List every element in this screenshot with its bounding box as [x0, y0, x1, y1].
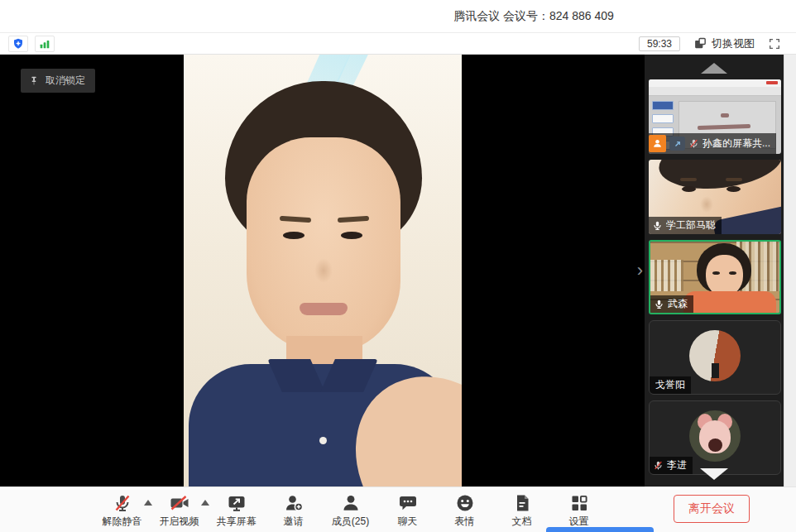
speaker-nose — [314, 258, 333, 283]
shield-plus-icon — [12, 37, 25, 50]
meeting-timer: 59:33 — [639, 36, 680, 51]
video-stage: 取消锁定 — [0, 55, 645, 486]
dog-mouth — [708, 439, 722, 452]
statusbar-right: 59:33 切换视图 — [639, 36, 788, 51]
chevron-up-icon — [701, 63, 727, 74]
avatar — [689, 330, 741, 381]
speaker-face — [247, 137, 400, 354]
background-window-edge — [546, 527, 654, 532]
scroll-up-button[interactable] — [645, 56, 784, 79]
invite-label: 邀请 — [284, 515, 304, 529]
thumb-eye — [712, 271, 720, 275]
bookshelf — [650, 260, 683, 291]
doc-titlebar — [649, 79, 781, 87]
unmute-label: 解除静音 — [103, 515, 142, 529]
doc-text-line — [721, 113, 729, 117]
shirt-button — [319, 437, 327, 444]
thumb-eye — [726, 186, 741, 192]
members-icon — [341, 493, 361, 513]
thumb-hair — [656, 160, 781, 195]
participant-name: 学工部马聪 — [666, 218, 716, 232]
chat-label: 聊天 — [398, 515, 418, 529]
avatar — [689, 410, 741, 462]
switch-view-button[interactable]: 切换视图 — [693, 36, 755, 51]
participant-name: 武森 — [668, 297, 688, 311]
thumb-nose — [700, 196, 713, 213]
unpin-button[interactable]: 取消锁定 — [21, 69, 95, 93]
thumb-brow — [680, 178, 697, 181]
pin-icon — [28, 75, 40, 87]
participant-thumb-video-speaking[interactable]: 武森 — [649, 240, 781, 314]
fullscreen-button[interactable] — [768, 37, 781, 50]
mic-muted-icon — [653, 460, 664, 471]
security-shield-button[interactable] — [8, 36, 28, 52]
thumb-shirt — [683, 291, 776, 313]
participant-thumb-avatar[interactable]: 戈誉阳 — [649, 320, 781, 395]
thumb-shoulder — [712, 204, 781, 234]
mic-muted-icon — [688, 138, 699, 149]
participant-label: 戈誉阳 — [650, 376, 691, 394]
settings-icon — [569, 493, 589, 513]
chevron-down-icon — [700, 468, 728, 480]
unmute-button[interactable]: 解除静音 — [94, 491, 151, 529]
doc-ribbon — [649, 87, 781, 96]
thumb-eye — [729, 271, 736, 275]
switch-view-label: 切换视图 — [712, 36, 755, 51]
mic-on-icon — [654, 299, 664, 309]
share-screen-icon — [227, 493, 247, 513]
participant-name: 戈誉阳 — [655, 378, 685, 392]
emoji-label: 表情 — [455, 515, 475, 529]
invite-button[interactable]: 邀请 — [265, 491, 322, 529]
unpin-label: 取消锁定 — [46, 74, 85, 88]
doc-panel-block — [652, 101, 674, 110]
participant-thumb-avatar[interactable]: 李进 — [649, 400, 781, 475]
bottom-toolbar: 解除静音 开启视频 共享屏幕 邀请 — [0, 486, 796, 532]
doc-close-hint — [766, 81, 778, 84]
settings-button[interactable]: 设置 — [550, 491, 607, 529]
signal-bars-icon — [38, 37, 51, 50]
fullscreen-icon — [768, 37, 781, 50]
window-edge-strip — [784, 55, 796, 486]
participant-thumb-screenshare[interactable]: 孙鑫的屏幕共... — [649, 79, 781, 154]
titlebar: 腾讯会议 会议号：824 886 409 — [0, 0, 796, 33]
statusbar: 59:33 切换视图 — [0, 33, 796, 55]
emoji-button[interactable]: 表情 — [436, 491, 493, 529]
chat-button[interactable]: 聊天 — [379, 491, 436, 529]
share-screen-button[interactable]: 共享屏幕 — [208, 491, 265, 529]
thumb-eye — [682, 186, 696, 192]
chat-icon — [398, 493, 418, 513]
speaker-eye — [283, 232, 304, 239]
share-screen-label: 共享屏幕 — [217, 515, 257, 529]
sharing-badge-icon — [669, 137, 685, 151]
leave-meeting-button[interactable]: 离开会议 — [674, 495, 750, 523]
members-button[interactable]: 成员(25) — [322, 491, 379, 529]
invite-icon — [284, 493, 304, 513]
collapse-sidebar-chevron[interactable]: › — [637, 261, 643, 280]
thumb-face — [706, 255, 743, 296]
host-badge-icon — [649, 135, 666, 152]
doc-panel-block — [652, 114, 674, 123]
statusbar-left — [8, 36, 55, 52]
docs-button[interactable]: 文档 — [493, 491, 550, 529]
main-speaker-video — [184, 55, 462, 486]
participant-name: 李进 — [667, 458, 687, 472]
participant-label: 学工部马聪 — [649, 217, 722, 234]
participant-label: 李进 — [650, 457, 693, 474]
toolbar-items: 解除静音 开启视频 共享屏幕 邀请 — [94, 491, 607, 529]
docs-label: 文档 — [512, 515, 532, 529]
document-icon — [512, 493, 532, 513]
tencent-meeting-window: 腾讯会议 会议号：824 886 409 59:33 切换视图 — [0, 0, 796, 532]
camera-off-icon — [169, 493, 190, 513]
start-video-button[interactable]: 开启视频 — [151, 491, 208, 529]
participant-name: 孙鑫的屏幕共... — [702, 137, 770, 151]
start-video-label: 开启视频 — [160, 515, 199, 529]
doc-text-line — [698, 124, 750, 130]
network-signal-button[interactable] — [35, 36, 55, 52]
participant-thumb-video[interactable]: 学工部马聪 — [649, 160, 781, 234]
emoji-icon — [455, 493, 475, 513]
shirt-collar — [320, 359, 378, 392]
speaker-eye — [341, 232, 362, 239]
participant-label: 武森 — [650, 295, 693, 313]
scroll-down-button[interactable] — [700, 468, 728, 480]
thumb-brow — [726, 178, 742, 181]
